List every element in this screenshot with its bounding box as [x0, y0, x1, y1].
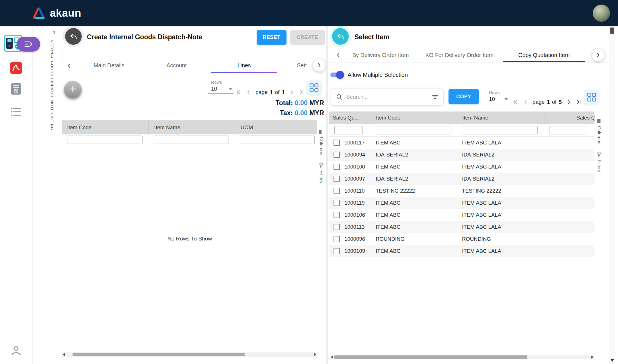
back-button[interactable] [65, 28, 82, 45]
row-checkbox[interactable] [334, 188, 340, 194]
tabs-scroll-right-button[interactable] [592, 49, 605, 61]
item-code-cell: ITEM ABC [374, 248, 457, 254]
create-button[interactable]: CREATE [290, 30, 325, 45]
scroll-right-arrow[interactable] [314, 353, 316, 356]
rows-value: 10 [489, 96, 495, 102]
prev-page-icon[interactable] [245, 89, 252, 95]
row-checkbox[interactable] [334, 224, 340, 230]
chevron-right-icon [595, 52, 601, 58]
row-checkbox[interactable] [334, 164, 340, 170]
filters-side-tab[interactable]: Filters [318, 163, 324, 183]
back-arrow-icon [336, 33, 344, 40]
scroll-left-arrow[interactable] [331, 356, 333, 359]
column-header-uom[interactable]: UOM [236, 120, 317, 134]
copy-button[interactable]: COPY [449, 89, 479, 104]
layout-grid-button[interactable] [307, 80, 321, 95]
next-page-icon[interactable] [566, 99, 572, 105]
item-code-cell: IDA-SERIAL2 [374, 176, 457, 182]
page-indicator: page1of1 [256, 89, 285, 96]
filters-side-tab[interactable]: Filters [596, 152, 602, 172]
item-name-filter-input[interactable] [462, 126, 538, 134]
reset-button[interactable]: RESET [257, 30, 286, 45]
chevron-right-icon [316, 62, 322, 69]
item-code-filter-input[interactable] [67, 136, 143, 144]
column-header-item-name[interactable]: Item Name [457, 111, 545, 124]
sales-quotation-cell: 1000119 [344, 200, 365, 206]
columns-icon [596, 118, 602, 124]
sidebar-expand-button[interactable] [17, 37, 40, 52]
search-filter-button[interactable] [431, 93, 439, 101]
add-line-button[interactable]: + [64, 81, 82, 99]
prev-page-icon[interactable] [523, 99, 529, 105]
quotation-items-table: Sales Qu... Item Code Item Name Sales Q … [329, 111, 594, 257]
columns-side-tab[interactable]: Columns [318, 129, 324, 155]
rows-value: 10 [211, 86, 217, 92]
rows-per-page-select[interactable]: Rows 10 [208, 80, 233, 94]
last-page-icon[interactable] [576, 99, 582, 105]
scrollbar-thumb[interactable] [610, 28, 614, 34]
search-icon [336, 93, 343, 100]
tab-ko-for-delivery-order-item[interactable]: KO For Delivery Order Item [416, 48, 502, 62]
tab-lines[interactable]: L​ines [210, 58, 278, 73]
page-scrollbar[interactable] [609, 26, 615, 364]
tax-line: Tax: 0.00 MYR [275, 108, 324, 118]
tab-copy-quotation-item[interactable]: Copy Quotation Item [502, 48, 586, 62]
user-avatar[interactable] [593, 5, 610, 22]
sales-q-filter-input[interactable] [549, 126, 587, 134]
module-tab-label[interactable]: INTERNAL GOODS DISPATCH NOTE LISTING [50, 38, 54, 130]
item-name-filter-input[interactable] [154, 136, 229, 144]
tabs-scroll-right-button[interactable] [313, 59, 325, 72]
brand[interactable]: akaun [32, 7, 81, 19]
allow-multiple-selection-toggle[interactable] [330, 70, 344, 80]
sales-quotation-filter-input[interactable] [334, 126, 363, 134]
scrollbar-thumb[interactable] [73, 353, 245, 356]
search-input[interactable] [346, 94, 428, 100]
pdf-icon [9, 61, 23, 75]
tabs-scroll-left-icon[interactable] [332, 48, 345, 62]
row-checkbox[interactable] [334, 152, 340, 158]
scroll-left-arrow[interactable] [63, 353, 65, 356]
dropdown-caret-icon [229, 88, 232, 90]
tab-index: 1 [53, 30, 55, 36]
item-name-cell: IDA-SERIAL2 [457, 152, 545, 158]
column-header-sales-quotation[interactable]: Sales Qu... [329, 111, 374, 124]
tab-main-details[interactable]: Main Details [75, 58, 143, 73]
table-row: 1000094 IDA-SERIAL2 IDA-SERIAL2 [329, 149, 594, 161]
scroll-down-arrow[interactable] [611, 359, 614, 362]
scrollbar-thumb[interactable] [334, 355, 527, 359]
column-header-item-code[interactable]: Item Code [374, 111, 457, 124]
layout-grid-button[interactable] [584, 90, 599, 105]
select-item-back-button[interactable] [332, 28, 349, 45]
column-header-sales-q[interactable]: Sales Q [545, 111, 594, 124]
tabs-scroll-left-icon[interactable] [63, 58, 75, 73]
rows-per-page-select[interactable]: Rows 10 [486, 90, 509, 104]
next-page-icon[interactable] [288, 89, 295, 95]
tab-by-delivery-order-item[interactable]: By Delivery Order Item [345, 48, 416, 62]
profile-button[interactable] [9, 344, 23, 357]
item-code-filter-input[interactable] [376, 126, 451, 134]
row-checkbox[interactable] [334, 212, 340, 218]
horizontal-scrollbar[interactable] [62, 352, 317, 357]
column-header-item-code[interactable]: Item Code [62, 120, 148, 134]
uom-filter-input[interactable] [239, 136, 315, 144]
column-header-item-name[interactable]: Item Name [148, 120, 236, 134]
row-checkbox[interactable] [334, 236, 340, 242]
item-code-cell: ITEM ABC [374, 164, 457, 170]
row-checkbox[interactable] [334, 248, 340, 254]
scroll-right-arrow[interactable] [591, 356, 594, 359]
grid-icon [587, 93, 596, 102]
akaun-logo-icon [32, 7, 45, 19]
item-code-cell: IDA-SERIAL2 [374, 152, 457, 158]
columns-side-tab[interactable]: Columns [596, 118, 602, 144]
row-checkbox[interactable] [334, 200, 340, 206]
last-page-icon[interactable] [299, 89, 305, 95]
row-checkbox[interactable] [334, 140, 340, 146]
first-page-icon[interactable] [235, 89, 242, 95]
pdf-export-button[interactable] [9, 61, 23, 75]
first-page-icon[interactable] [512, 99, 519, 105]
row-checkbox[interactable] [334, 176, 340, 182]
horizontal-scrollbar[interactable] [330, 355, 594, 359]
listing-button[interactable] [11, 107, 22, 117]
tab-account[interactable]: Account [143, 58, 210, 73]
invoice-button[interactable] [10, 83, 22, 95]
